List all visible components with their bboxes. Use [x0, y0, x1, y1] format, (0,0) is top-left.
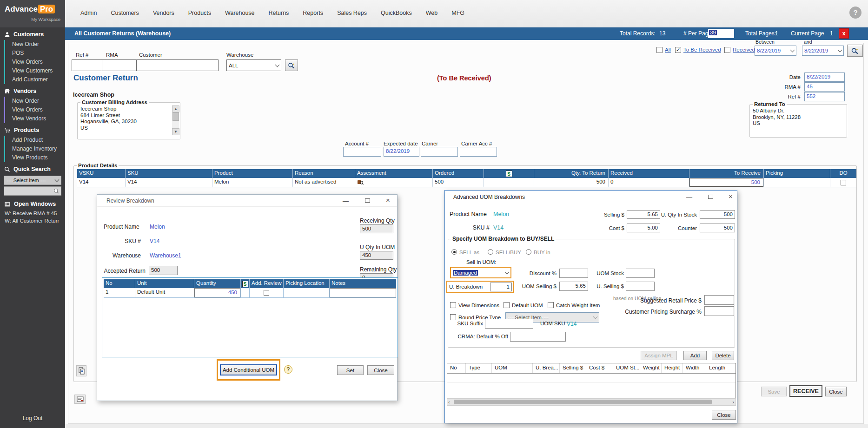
- scroll-right-icon[interactable]: ›: [732, 399, 734, 405]
- u-breakdown-input[interactable]: 1: [490, 283, 512, 291]
- cost-input[interactable]: 5.00: [627, 224, 660, 232]
- sidebar-item-cust-new-order[interactable]: New Order: [4, 40, 65, 49]
- date-to-select[interactable]: 8/22/2019: [802, 46, 844, 56]
- review-dialog-titlebar[interactable]: Review Breakdown — ×: [97, 195, 397, 207]
- do-checkbox[interactable]: [841, 180, 846, 185]
- help-icon[interactable]: ?: [849, 7, 861, 19]
- sidebar-item-cust-view-orders[interactable]: View Orders: [4, 58, 65, 66]
- menu-sales-reps[interactable]: Sales Reps: [337, 10, 367, 16]
- cps-input[interactable]: [704, 306, 734, 316]
- menu-vendors[interactable]: Vendors: [153, 10, 174, 16]
- open-window-all-customer-returns[interactable]: W: All Customer Returr: [0, 217, 65, 224]
- sidebar-item-vend-view-orders[interactable]: View Orders: [4, 105, 65, 114]
- filter-rma-input[interactable]: [102, 59, 137, 71]
- to-be-received-label[interactable]: To Be Received: [683, 47, 721, 53]
- view-dimensions-checkbox[interactable]: [450, 302, 456, 308]
- scroll-thumb[interactable]: [172, 112, 179, 121]
- menu-mfg[interactable]: MFG: [451, 10, 464, 16]
- uom-add-button[interactable]: Add: [683, 351, 707, 360]
- sidebar-item-add-product[interactable]: Add Product: [4, 136, 65, 145]
- rb-accepted-input[interactable]: 500: [149, 266, 178, 275]
- sidebar-item-view-customers[interactable]: View Customers: [4, 66, 65, 75]
- sku-suffix-input[interactable]: [485, 319, 533, 329]
- uom-close-button[interactable]: Close: [712, 410, 736, 420]
- rb-quantity-input[interactable]: 450: [194, 288, 240, 297]
- maximize-icon[interactable]: [365, 198, 370, 203]
- copy-document-icon[interactable]: [76, 365, 86, 376]
- page-close-button[interactable]: Close: [825, 387, 847, 396]
- srp-input[interactable]: [704, 295, 734, 305]
- scroll-up-icon[interactable]: ▲: [172, 105, 179, 112]
- date-input[interactable]: 8/22/2019: [804, 72, 845, 82]
- quick-search-input[interactable]: [4, 186, 61, 196]
- account-input[interactable]: [343, 147, 381, 157]
- close-page-button[interactable]: x: [839, 28, 849, 39]
- add-conditional-uom-button[interactable]: Add Conditional UOM: [220, 364, 277, 375]
- scroll-left-icon[interactable]: ‹: [448, 399, 450, 405]
- minimize-icon[interactable]: —: [686, 194, 692, 200]
- expected-date-input[interactable]: 8/22/2019: [384, 147, 419, 157]
- uom-delete-button[interactable]: Delete: [712, 351, 734, 360]
- to-receive-input[interactable]: 500: [689, 178, 763, 187]
- menu-reports[interactable]: Reports: [303, 10, 323, 16]
- carrier-input[interactable]: [421, 147, 458, 157]
- all-checkbox-label[interactable]: All: [665, 47, 671, 53]
- date-from-select[interactable]: 8/22/2019: [755, 46, 796, 56]
- sidebar-item-view-vendors[interactable]: View Vendors: [4, 114, 65, 123]
- default-uom-checkbox[interactable]: [504, 302, 510, 308]
- date-search-button[interactable]: [847, 45, 863, 57]
- filter-warehouse-select[interactable]: ALL: [226, 59, 281, 71]
- rb-uqty-input[interactable]: 450: [360, 251, 393, 260]
- sell-in-uom-select[interactable]: Damaged: [450, 267, 511, 278]
- uom-dialog-titlebar[interactable]: Advanced UOM Breakdowns — ×: [445, 191, 737, 203]
- stock-input[interactable]: 500: [700, 210, 735, 219]
- open-window-receive-rma[interactable]: W: Receive RMA # 45: [0, 210, 65, 217]
- save-button[interactable]: Save: [761, 387, 787, 396]
- selling-input[interactable]: 5.65: [627, 210, 660, 219]
- sidebar-item-pos[interactable]: POS: [4, 49, 65, 58]
- filter-search-button[interactable]: [285, 59, 298, 71]
- menu-web[interactable]: Web: [426, 10, 437, 16]
- close-icon[interactable]: ×: [386, 197, 390, 203]
- sidebar-item-vend-new-order[interactable]: New Order: [4, 97, 65, 105]
- cell-picking[interactable]: [764, 178, 830, 187]
- scroll-down-icon[interactable]: ▼: [172, 128, 179, 135]
- menu-warehouse[interactable]: Warehouse: [225, 10, 254, 16]
- buy-in-radio[interactable]: [526, 249, 531, 255]
- sell-buy-radio[interactable]: [488, 249, 493, 255]
- billing-scrollbar[interactable]: ▲ ▼: [172, 105, 179, 135]
- round-price-checkbox[interactable]: [450, 314, 456, 320]
- per-page-input[interactable]: 39: [708, 29, 734, 38]
- receive-button[interactable]: RECEIVE: [789, 385, 822, 397]
- note-icon[interactable]: [74, 395, 86, 404]
- close-icon[interactable]: ×: [729, 193, 733, 199]
- received-checkbox[interactable]: [724, 47, 730, 53]
- menu-customers[interactable]: Customers: [111, 10, 139, 16]
- rb-cell-picking[interactable]: [284, 288, 330, 297]
- cell-assessment[interactable]: [355, 178, 433, 187]
- menu-products[interactable]: Products: [188, 10, 211, 16]
- uom-stock-input[interactable]: [626, 269, 655, 278]
- help-icon[interactable]: ?: [284, 365, 292, 374]
- assign-mpl-button[interactable]: Assign MPL: [641, 351, 677, 360]
- sidebar-item-view-products[interactable]: View Products: [4, 153, 65, 162]
- counter-input[interactable]: 500: [700, 224, 735, 232]
- quick-search-select[interactable]: ----Select Item----: [4, 176, 61, 185]
- discount-input[interactable]: [559, 269, 588, 278]
- menu-admin[interactable]: Admin: [80, 10, 97, 16]
- ref-input[interactable]: 552: [804, 92, 845, 101]
- u-selling-input[interactable]: [626, 282, 655, 291]
- rma-input[interactable]: 45: [804, 82, 845, 92]
- filter-customer-input[interactable]: [136, 59, 219, 71]
- all-checkbox[interactable]: [656, 47, 663, 53]
- sidebar-item-manage-inventory[interactable]: Manage Inventory: [4, 145, 65, 153]
- sidebar-item-add-customer[interactable]: Add Customer: [4, 75, 65, 84]
- uom-selling-input[interactable]: 5.65: [559, 282, 588, 291]
- crma-input[interactable]: [510, 332, 566, 342]
- set-button[interactable]: Set: [337, 365, 364, 375]
- to-be-received-checkbox[interactable]: ✓: [675, 47, 681, 53]
- scroll-thumb[interactable]: [454, 400, 712, 404]
- rb-receiving-qty-input[interactable]: 500: [360, 224, 393, 233]
- catch-weight-checkbox[interactable]: [548, 302, 554, 308]
- rb-close-button[interactable]: Close: [367, 365, 394, 375]
